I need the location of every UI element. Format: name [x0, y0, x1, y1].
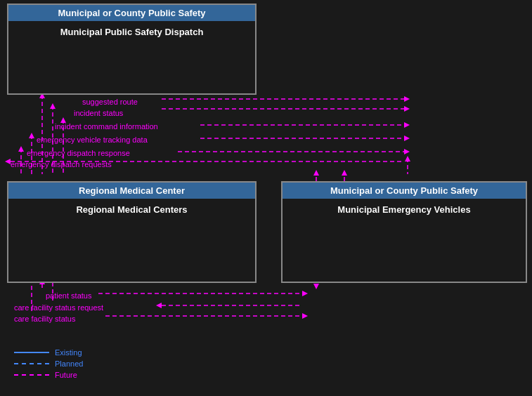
svg-marker-23 [405, 156, 410, 161]
legend-planned-label: Planned [55, 359, 83, 368]
flow-label-care-facility-request: care facility status request [14, 303, 103, 312]
flow-label-care-facility-status: care facility status [14, 315, 75, 323]
svg-marker-41 [313, 284, 319, 289]
flow-label-incident-status: incident status [74, 109, 123, 117]
diagram-container: Municipal or County Public Safety Munici… [0, 0, 532, 396]
svg-marker-25 [313, 170, 319, 176]
flow-label-vehicle-tracking: emergency vehicle tracking data [37, 136, 148, 144]
dispatch-header: Municipal or County Public Safety [8, 5, 255, 21]
legend-planned-line [14, 363, 49, 364]
legend-future-label: Future [55, 371, 77, 379]
legend-planned: Planned [14, 359, 83, 368]
legend: Existing Planned Future [14, 348, 83, 382]
svg-marker-37 [302, 313, 308, 319]
flow-label-dispatch-response: emergency dispatch response [27, 149, 130, 157]
svg-marker-7 [50, 103, 56, 109]
svg-marker-5 [404, 106, 410, 112]
legend-existing: Existing [14, 348, 83, 357]
medical-title: Regional Medical Centers [8, 199, 255, 220]
svg-marker-9 [404, 122, 410, 128]
dispatch-title: Municipal Public Safety Dispatch [8, 21, 255, 43]
svg-marker-29 [302, 291, 308, 296]
svg-marker-27 [342, 170, 347, 176]
vehicles-header: Municipal or County Public Safety [283, 183, 526, 199]
legend-future-line [14, 374, 49, 376]
svg-marker-19 [18, 146, 24, 152]
medical-box: Regional Medical Center Regional Medical… [7, 181, 257, 283]
medical-header: Regional Medical Center [8, 183, 255, 199]
flow-label-patient-status: patient status [46, 291, 91, 300]
flow-label-incident-command: incident command information [55, 122, 158, 131]
legend-existing-label: Existing [55, 348, 82, 357]
flow-label-dispatch-requests: emergency dispatch requests [11, 160, 112, 169]
svg-marker-33 [156, 303, 162, 308]
legend-existing-line [14, 352, 49, 353]
flow-label-suggested-route: suggested route [82, 98, 138, 106]
svg-marker-13 [404, 136, 410, 141]
svg-marker-1 [404, 96, 410, 102]
legend-future: Future [14, 371, 83, 379]
svg-marker-15 [29, 133, 34, 138]
vehicles-title: Municipal Emergency Vehicles [283, 199, 526, 220]
svg-marker-17 [404, 149, 410, 154]
vehicles-box: Municipal or County Public Safety Munici… [281, 181, 527, 283]
svg-marker-21 [5, 159, 11, 164]
dispatch-box: Municipal or County Public Safety Munici… [7, 4, 257, 95]
